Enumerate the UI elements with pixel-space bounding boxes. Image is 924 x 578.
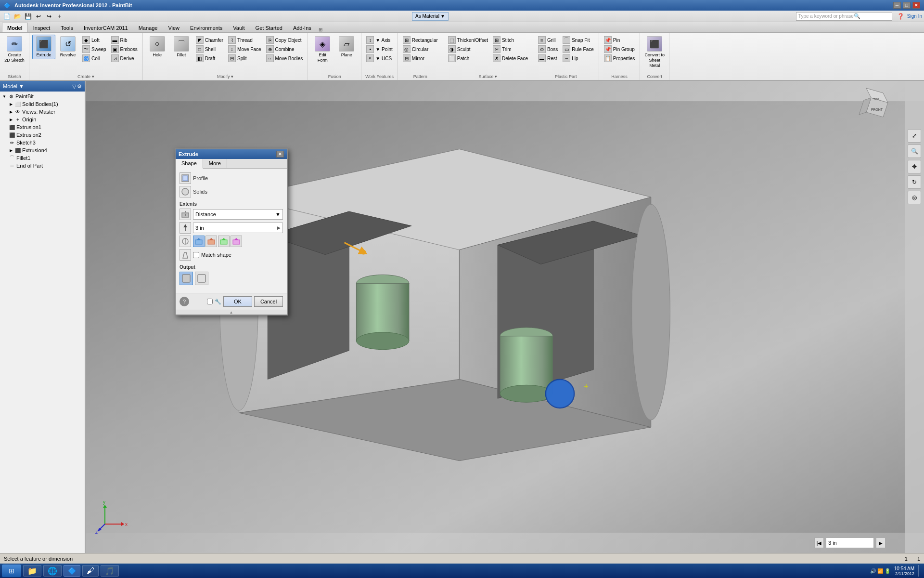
nav-look-at-button[interactable]: ◎	[908, 191, 921, 204]
sidebar-filter-icon[interactable]: ▽	[72, 83, 76, 90]
rectangular-button[interactable]: ⊞ Rectangular	[401, 36, 440, 44]
tab-view[interactable]: View	[163, 23, 185, 32]
plane-button[interactable]: ▱ Plane	[335, 35, 358, 59]
tree-item-extrusion1[interactable]: ⬛ Extrusion1	[1, 123, 84, 131]
show-desktop-button[interactable]	[918, 565, 922, 577]
tree-item-fillet1[interactable]: ⌒ Fillet1	[1, 154, 84, 162]
draft-button[interactable]: ◧ Draft	[194, 54, 225, 63]
sign-in-label[interactable]: Sign In	[907, 13, 922, 19]
nav-pan-button[interactable]: ✥	[908, 160, 921, 173]
lip-button[interactable]: ⌢ Lip	[561, 54, 596, 63]
hole-button[interactable]: ○ Hole	[146, 35, 169, 59]
shell-button[interactable]: □ Shell	[194, 45, 225, 53]
dialog-tab-shape[interactable]: Shape	[176, 159, 203, 169]
qt-plus-button[interactable]: +	[55, 12, 64, 21]
expand-solid-bodies[interactable]: ▶	[9, 102, 13, 106]
dialog-help-button[interactable]: ?	[180, 297, 189, 306]
taskbar-app-browser[interactable]: 🌐	[43, 565, 62, 577]
snap-fit-button[interactable]: ⌒ Snap Fit	[561, 36, 596, 44]
grill-button[interactable]: ≡ Grill	[536, 36, 560, 44]
move-face-button[interactable]: ↕ Move Face	[226, 45, 263, 53]
tree-item-paintbit[interactable]: ▼ ⚙ PaintBit	[1, 92, 84, 100]
tab-environments[interactable]: Environments	[185, 23, 228, 32]
combine-button[interactable]: ⊕ Combine	[264, 45, 305, 53]
tab-get-started[interactable]: Get Started	[250, 23, 288, 32]
extents-value-input[interactable]: 3 in ▶	[193, 223, 283, 233]
loft-button[interactable]: ◆ Loft	[80, 36, 108, 44]
options-icon[interactable]: ⊞	[319, 27, 322, 32]
delete-face-button[interactable]: ✗ Delete Face	[491, 54, 530, 63]
nav-rotate-button[interactable]: ↻	[908, 175, 921, 189]
point-button[interactable]: • ▼ Point	[364, 45, 394, 53]
emboss-button[interactable]: ▣ Emboss	[109, 45, 140, 53]
help-icon[interactable]: ❓	[897, 13, 904, 20]
qt-open-button[interactable]: 📂	[13, 12, 22, 21]
dialog-tab-more[interactable]: More	[203, 159, 227, 168]
extents-icon-button[interactable]	[180, 209, 191, 220]
output-surface-button[interactable]	[195, 272, 208, 285]
boss-button[interactable]: ⊙ Boss	[536, 45, 560, 53]
tree-item-solid-bodies[interactable]: ▶ ⬜ Solid Bodies(1)	[1, 100, 84, 108]
tab-vault[interactable]: Vault	[228, 23, 250, 32]
circular-button[interactable]: ◎ Circular	[401, 45, 440, 53]
new-solid-button[interactable]	[231, 236, 242, 247]
cut-button[interactable]	[205, 236, 217, 247]
move-bodies-button[interactable]: ↔ Move Bodies	[264, 54, 305, 63]
measure-next-button[interactable]: ▶	[876, 538, 886, 548]
sweep-button[interactable]: 〜 Sweep	[80, 45, 108, 53]
join-button[interactable]	[193, 236, 205, 247]
expand-extrusion4[interactable]: ▶	[9, 148, 13, 153]
tab-inspect[interactable]: Inspect	[28, 23, 55, 32]
rib-button[interactable]: ▬ Rib	[109, 36, 140, 44]
output-solid-button[interactable]	[180, 272, 193, 285]
qt-undo-button[interactable]: ↩	[34, 12, 43, 21]
dialog-close-button[interactable]: ✕	[276, 151, 284, 158]
coil-button[interactable]: 🌀 Coil	[80, 54, 108, 63]
revolve-button[interactable]: ↺ Revolve	[56, 35, 79, 59]
ucs-button[interactable]: ⌖ ▼ UCS	[364, 54, 394, 63]
measure-prev-button[interactable]: |◀	[814, 538, 824, 548]
extrude-button[interactable]: ⬛ Extrude	[32, 35, 55, 59]
measure-value-input[interactable]: 3 in	[826, 538, 874, 548]
taskbar-app-media[interactable]: 🎵	[101, 565, 119, 577]
extents-value-icon[interactable]	[180, 222, 191, 234]
minimize-button[interactable]: ─	[893, 2, 901, 9]
cancel-button[interactable]: Cancel	[254, 296, 283, 307]
properties-button[interactable]: 📋 Properties	[602, 54, 637, 63]
rest-button[interactable]: ▬ Rest	[536, 54, 560, 63]
pin-button[interactable]: 📌 Pin	[602, 36, 637, 44]
tree-item-extrusion2[interactable]: ⬛ Extrusion2	[1, 131, 84, 139]
viewcube[interactable]: FRONT TOP	[857, 86, 895, 124]
rule-face-button[interactable]: ▭ Rule Face	[561, 45, 596, 53]
fillet-button[interactable]: ⌒ Fillet	[170, 35, 193, 59]
tab-add-ins[interactable]: Add-Ins	[288, 23, 317, 32]
nav-zoom-full-button[interactable]: ⤢	[908, 129, 921, 143]
thread-button[interactable]: ⌇ Thread	[226, 36, 263, 44]
viewport[interactable]: + FRONT TOP ⤢ 🔍 ✥ ↻ ◎	[86, 81, 924, 553]
ok-button[interactable]: OK	[223, 296, 252, 307]
profile-button[interactable]	[180, 172, 191, 184]
tab-manage[interactable]: Manage	[133, 23, 163, 32]
derive-button[interactable]: ⊿ Derive	[109, 54, 140, 63]
chamfer-button[interactable]: ◤ Chamfer	[194, 36, 225, 44]
expand-views-master[interactable]: ▶	[9, 109, 13, 114]
taskbar-app-inventor[interactable]: 🔷	[64, 565, 80, 577]
edit-form-button[interactable]: ◈ EditForm	[311, 35, 334, 65]
tree-item-views-master[interactable]: ▶ 👁 Views: Master	[1, 108, 84, 116]
close-button[interactable]: ✕	[912, 2, 920, 9]
tab-model[interactable]: Model	[2, 23, 28, 32]
tree-item-sketch3[interactable]: ✏ Sketch3	[1, 139, 84, 146]
qt-new-button[interactable]: 📄	[2, 12, 12, 21]
sculpt-button[interactable]: ◑ Sculpt	[446, 45, 490, 53]
search-input[interactable]: Type a keyword or phrase 🔍	[796, 12, 892, 21]
maximize-button[interactable]: □	[903, 2, 911, 9]
extents-type-dropdown[interactable]: Distance ▼	[193, 209, 283, 220]
qt-redo-button[interactable]: ↪	[44, 12, 54, 21]
expand-paintbit[interactable]: ▼	[2, 94, 7, 99]
solids-button[interactable]	[180, 186, 191, 197]
dialog-resize-handle[interactable]: ▲	[176, 310, 287, 315]
tree-item-end-of-part[interactable]: ─ End of Part	[1, 162, 84, 170]
dialog-preview-checkbox[interactable]	[207, 299, 213, 304]
create-2d-sketch-button[interactable]: ✏ Create2D Sketch	[3, 35, 26, 65]
stitch-button[interactable]: ⊞ Stitch	[491, 36, 530, 44]
